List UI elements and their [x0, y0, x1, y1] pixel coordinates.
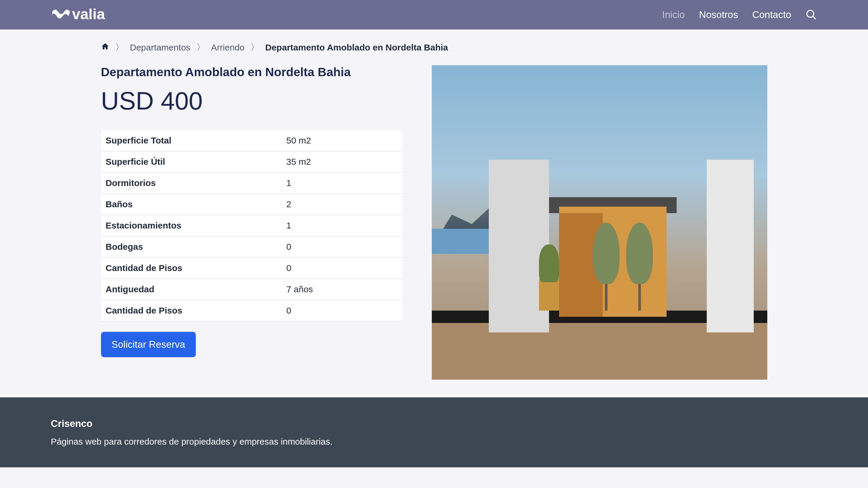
table-row: Superficie Útil 35 m2 [101, 151, 402, 172]
breadcrumb-separator: 〉 [196, 41, 205, 54]
logo[interactable]: valia [51, 6, 125, 24]
svg-point-1 [807, 10, 814, 17]
property-image [432, 65, 767, 380]
property-value: 0 [282, 257, 402, 279]
left-column: Departamento Amoblado en Nordelta Bahia … [101, 65, 402, 380]
property-value: 0 [282, 300, 402, 321]
nav-link-nosotros[interactable]: Nosotros [699, 9, 738, 20]
nav-link-inicio[interactable]: Inicio [662, 9, 685, 20]
nav: Inicio Nosotros Contacto [662, 9, 817, 21]
property-label: Cantidad de Pisos [101, 257, 282, 279]
breadcrumb-separator: 〉 [250, 41, 259, 54]
footer-text: Páginas web para corredores de propiedad… [51, 436, 817, 447]
reserve-button[interactable]: Solicitar Reserva [101, 332, 196, 357]
breadcrumb-departamentos[interactable]: Departamentos [130, 42, 190, 53]
nav-link-contacto[interactable]: Contacto [752, 9, 791, 20]
container: 〉 Departamentos 〉 Arriendo 〉 Departament… [50, 30, 818, 380]
property-value: 0 [282, 236, 402, 257]
price: USD 400 [101, 87, 402, 116]
page-title: Departamento Amoblado en Nordelta Bahia [101, 65, 402, 79]
home-icon [101, 42, 109, 51]
logo-icon: valia [51, 6, 125, 24]
property-label: Dormitorios [101, 172, 282, 194]
search-icon[interactable] [805, 9, 817, 21]
property-label: Bodegas [101, 236, 282, 257]
property-label: Cantidad de Pisos [101, 300, 282, 321]
table-row: Superficie Total 50 m2 [101, 130, 402, 151]
table-row: Bodegas 0 [101, 236, 402, 257]
property-value: 50 m2 [282, 130, 402, 151]
property-value: 2 [282, 194, 402, 215]
table-row: Antiguedad 7 años [101, 279, 402, 300]
table-row: Dormitorios 1 [101, 172, 402, 194]
breadcrumb: 〉 Departamentos 〉 Arriendo 〉 Departament… [101, 41, 767, 54]
svg-text:valia: valia [72, 6, 105, 23]
breadcrumb-separator: 〉 [115, 41, 124, 54]
table-row: Cantidad de Pisos 0 [101, 257, 402, 279]
property-label: Superficie Útil [101, 151, 282, 172]
property-label: Estacionamientos [101, 215, 282, 236]
svg-line-2 [813, 16, 816, 19]
table-row: Baños 2 [101, 194, 402, 215]
property-value: 1 [282, 215, 402, 236]
main-content: Departamento Amoblado en Nordelta Bahia … [101, 65, 767, 380]
table-row: Cantidad de Pisos 0 [101, 300, 402, 321]
table-row: Estacionamientos 1 [101, 215, 402, 236]
breadcrumb-arriendo[interactable]: Arriendo [211, 42, 245, 53]
property-value: 1 [282, 172, 402, 194]
property-value: 7 años [282, 279, 402, 300]
footer-title: Crisenco [51, 418, 817, 429]
breadcrumb-current: Departamento Amoblado en Nordelta Bahia [265, 42, 448, 53]
property-table: Superficie Total 50 m2 Superficie Útil 3… [101, 130, 402, 322]
footer: Crisenco Páginas web para corredores de … [0, 397, 868, 467]
property-label: Baños [101, 194, 282, 215]
right-column [432, 65, 767, 380]
property-value: 35 m2 [282, 151, 402, 172]
header: valia Inicio Nosotros Contacto [0, 0, 868, 30]
property-label: Superficie Total [101, 130, 282, 151]
breadcrumb-home[interactable] [101, 42, 109, 53]
property-label: Antiguedad [101, 279, 282, 300]
